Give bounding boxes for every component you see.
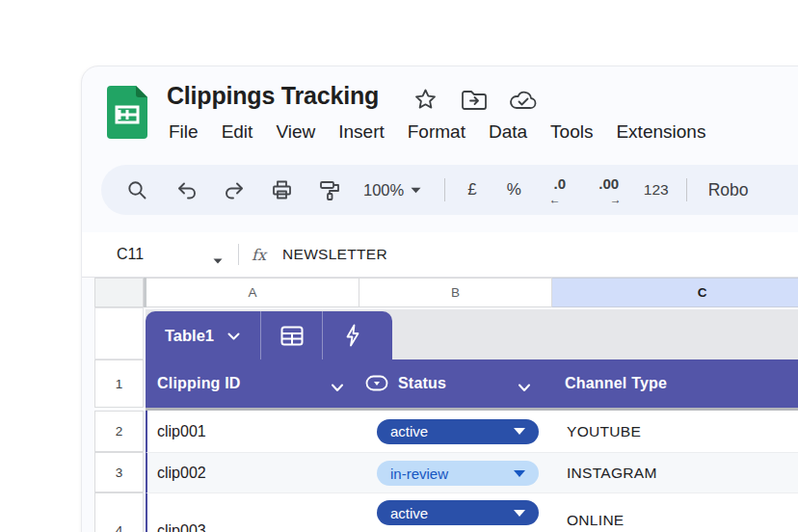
google-sheets-logo-icon[interactable] xyxy=(107,86,147,139)
zoom-caret-icon[interactable] xyxy=(411,187,421,194)
column-header-row: A B C xyxy=(82,278,798,307)
left-arrow-icon: ← xyxy=(549,193,561,206)
table-row: 3 clip002 in-review INSTAGRAM xyxy=(82,452,798,492)
move-folder-icon[interactable] xyxy=(461,90,488,115)
menu-extensions[interactable]: Extensions xyxy=(616,121,705,143)
row-header-4[interactable]: 4 xyxy=(94,492,144,532)
cell-channel-type[interactable]: YOUTUBE xyxy=(567,411,641,452)
row-cells: clip003 active ONLINE xyxy=(146,492,798,532)
row-header-blank[interactable] xyxy=(94,307,144,359)
document-title[interactable]: Clippings Tracking xyxy=(167,82,379,110)
font-family-selector[interactable]: Robo xyxy=(708,180,749,200)
name-box[interactable]: C11 xyxy=(117,246,144,263)
row-header-1[interactable]: 1 xyxy=(94,359,144,408)
table-header-row: 1 Clipping ID Status Channel Type xyxy=(82,359,798,408)
decrease-decimal-button[interactable]: .0 ← xyxy=(547,175,572,204)
status-value: active xyxy=(390,505,514,521)
status-filter-chevron-icon[interactable] xyxy=(518,379,531,396)
toolbar: 100% £ % .0 ← .00 → 123 Robo xyxy=(101,165,798,215)
star-icon[interactable] xyxy=(413,88,438,115)
table-tab[interactable]: Table1 xyxy=(146,311,392,359)
menu-file[interactable]: File xyxy=(169,121,199,143)
toolbar-divider xyxy=(686,178,687,201)
row-cells: clip001 active YOUTUBE xyxy=(146,411,798,452)
table-menu-chevron-icon[interactable] xyxy=(227,327,240,344)
cell-clipping-id[interactable]: clip003 xyxy=(157,493,206,532)
search-icon[interactable] xyxy=(126,179,147,200)
dropdown-column-type-icon xyxy=(365,375,388,395)
select-all-corner[interactable] xyxy=(94,278,144,307)
menu-insert[interactable]: Insert xyxy=(338,121,385,143)
status-dropdown-chip[interactable]: active xyxy=(377,419,539,444)
zoom-level[interactable]: 100% xyxy=(363,181,404,200)
right-arrow-icon: → xyxy=(610,193,622,206)
clipping-id-filter-chevron-icon[interactable] xyxy=(331,379,344,396)
row-header-2[interactable]: 2 xyxy=(94,411,144,452)
cell-channel-type[interactable]: ONLINE xyxy=(567,493,625,532)
dropdown-caret-icon xyxy=(514,510,525,517)
more-formats-button[interactable]: 123 xyxy=(644,181,669,199)
redo-icon[interactable] xyxy=(224,180,245,200)
menu-view[interactable]: View xyxy=(276,121,315,143)
status-value: active xyxy=(390,423,514,439)
status-dropdown-chip[interactable]: active xyxy=(377,500,539,525)
header-status[interactable]: Status xyxy=(398,359,446,408)
table-name[interactable]: Table1 xyxy=(165,327,214,345)
lightning-bolt-icon[interactable] xyxy=(323,324,384,347)
toolbar-divider xyxy=(444,178,445,201)
screenshot-stage: Clippings Tracking File Edit View Insert… xyxy=(0,0,798,532)
paint-format-icon[interactable] xyxy=(319,179,340,201)
cloud-saved-icon[interactable] xyxy=(509,90,538,115)
column-header-b[interactable]: B xyxy=(359,278,552,307)
status-value: in-review xyxy=(390,466,514,482)
currency-format-button[interactable]: £ xyxy=(467,180,476,200)
header-channel-type[interactable]: Channel Type xyxy=(565,359,667,408)
print-icon[interactable] xyxy=(271,179,293,200)
column-header-c-selected[interactable]: C xyxy=(552,278,798,307)
percent-format-button[interactable]: % xyxy=(507,180,521,200)
formula-bar-divider xyxy=(238,244,239,265)
row-header-3[interactable]: 3 xyxy=(94,452,144,492)
cell-clipping-id[interactable]: clip001 xyxy=(157,411,206,452)
menu-tools[interactable]: Tools xyxy=(550,121,593,143)
menu-edit[interactable]: Edit xyxy=(222,121,253,143)
column-header-a[interactable]: A xyxy=(146,278,359,307)
sheets-app-window: Clippings Tracking File Edit View Insert… xyxy=(81,66,798,532)
fx-icon: fx xyxy=(252,246,266,264)
dropdown-caret-icon xyxy=(514,428,525,435)
menu-data[interactable]: Data xyxy=(489,121,527,143)
row-cells: clip002 in-review INSTAGRAM xyxy=(146,452,798,493)
menu-format[interactable]: Format xyxy=(408,121,466,143)
table-tab-row: Table1 xyxy=(82,307,798,359)
increase-decimal-button[interactable]: .00 → xyxy=(595,175,624,204)
table-header-band: Clipping ID Status Channel Type xyxy=(146,359,798,408)
formula-input[interactable]: NEWSLETTER xyxy=(282,246,387,263)
header-clipping-id[interactable]: Clipping ID xyxy=(157,359,241,408)
name-box-caret-icon[interactable] xyxy=(213,251,223,268)
table-grid-icon[interactable] xyxy=(261,326,322,346)
status-dropdown-chip[interactable]: in-review xyxy=(377,461,539,486)
table-row: 2 clip001 active YOUTUBE xyxy=(82,411,798,452)
undo-icon[interactable] xyxy=(176,180,198,200)
cell-clipping-id[interactable]: clip002 xyxy=(157,453,206,493)
table-row: 4 clip003 active ONLINE xyxy=(82,492,798,532)
menu-bar: File Edit View Insert Format Data Tools … xyxy=(169,121,705,143)
formula-bar: C11 fx NEWSLETTER xyxy=(82,232,798,278)
cell-channel-type[interactable]: INSTAGRAM xyxy=(567,453,657,493)
dropdown-caret-icon xyxy=(514,470,525,477)
